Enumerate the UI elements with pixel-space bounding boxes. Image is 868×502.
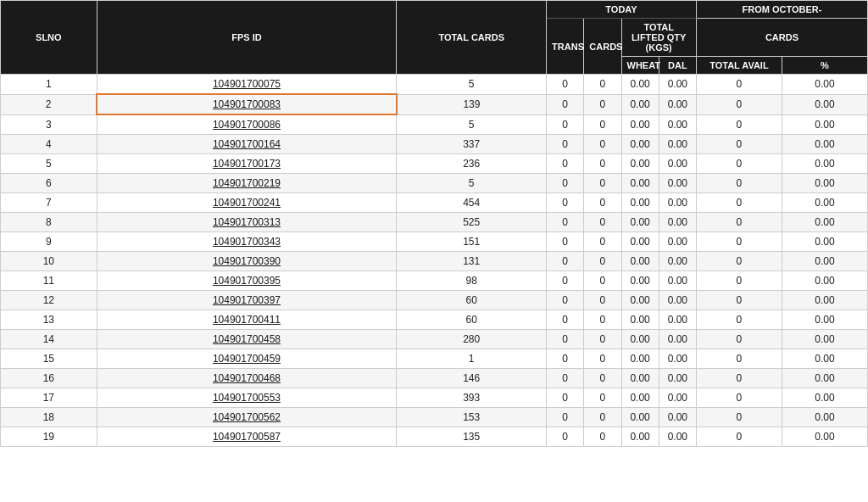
cell-dal: 0.00 [659,408,696,427]
cell-slno: 13 [1,310,97,330]
cell-wheat: 0.00 [621,349,659,369]
header-from-oct-group: FROM OCTOBER- [696,1,867,19]
cell-cards: 0 [584,349,621,369]
cell-cards: 0 [584,271,621,291]
cell-fps-id[interactable]: 104901700219 [97,174,397,193]
cell-total-avail: 0 [696,154,782,174]
fps-id-link[interactable]: 104901700468 [213,372,281,384]
fps-id-link[interactable]: 104901700411 [213,314,281,326]
cell-wheat: 0.00 [621,154,659,174]
cell-pct: 0.00 [782,271,867,291]
cell-fps-id[interactable]: 104901700411 [97,310,397,330]
cell-trans: 0 [547,408,584,427]
cell-wheat: 0.00 [621,310,659,330]
cell-slno: 19 [1,427,97,447]
fps-id-link[interactable]: 104901700343 [213,236,281,248]
cell-slno: 11 [1,271,97,291]
cell-total-cards: 60 [397,291,547,310]
cell-total-cards: 153 [397,408,547,427]
cell-fps-id[interactable]: 104901700562 [97,408,397,427]
table-row: 19104901700587135000.000.0000.00 [1,427,868,447]
fps-id-link[interactable]: 104901700397 [213,294,281,306]
table-row: 5104901700173236000.000.0000.00 [1,154,868,174]
cell-fps-id[interactable]: 104901700083 [97,94,397,114]
cell-total-avail: 0 [696,232,782,252]
cell-cards: 0 [584,213,621,232]
cell-fps-id[interactable]: 104901700587 [97,427,397,447]
cell-slno: 8 [1,213,97,232]
table-row: 9104901700343151000.000.0000.00 [1,232,868,252]
cell-dal: 0.00 [659,114,696,135]
cell-cards: 0 [584,408,621,427]
cell-pct: 0.00 [782,154,867,174]
cell-cards: 0 [584,388,621,408]
cell-fps-id[interactable]: 104901700164 [97,135,397,154]
header-dal: DAL [659,57,696,75]
cell-fps-id[interactable]: 104901700395 [97,271,397,291]
cell-pct: 0.00 [782,427,867,447]
cell-trans: 0 [547,154,584,174]
cell-dal: 0.00 [659,213,696,232]
table-row: 7104901700241454000.000.0000.00 [1,193,868,213]
fps-id-link[interactable]: 104901700562 [213,411,281,423]
table-row: 4104901700164337000.000.0000.00 [1,135,868,154]
fps-id-link[interactable]: 104901700553 [213,392,281,404]
cell-cards: 0 [584,75,621,95]
table-row: 14104901700458280000.000.0000.00 [1,330,868,349]
cell-fps-id[interactable]: 104901700075 [97,75,397,95]
fps-id-link[interactable]: 104901700086 [213,119,281,131]
fps-id-link[interactable]: 104901700390 [213,255,281,267]
fps-id-link[interactable]: 104901700075 [213,78,281,90]
cell-wheat: 0.00 [621,193,659,213]
fps-id-link[interactable]: 104901700587 [213,431,281,443]
fps-id-link[interactable]: 104901700313 [213,216,281,228]
cell-total-cards: 337 [397,135,547,154]
fps-id-link[interactable]: 104901700219 [213,177,281,189]
data-table: SLNO FPS ID TOTAL CARDS TODAY FROM OCTOB… [0,0,868,447]
cell-dal: 0.00 [659,232,696,252]
cell-fps-id[interactable]: 104901700173 [97,154,397,174]
cell-fps-id[interactable]: 104901700459 [97,349,397,369]
cell-total-avail: 0 [696,174,782,193]
cell-pct: 0.00 [782,232,867,252]
cell-fps-id[interactable]: 104901700468 [97,369,397,388]
cell-total-avail: 0 [696,427,782,447]
cell-slno: 1 [1,75,97,95]
cell-trans: 0 [547,114,584,135]
header-cards: CARDS [584,19,621,75]
cell-pct: 0.00 [782,193,867,213]
fps-id-link[interactable]: 104901700241 [213,197,281,209]
fps-id-link[interactable]: 104901700458 [213,333,281,345]
cell-slno: 7 [1,193,97,213]
cell-trans: 0 [547,252,584,271]
cell-fps-id[interactable]: 104901700313 [97,213,397,232]
cell-slno: 16 [1,369,97,388]
cell-cards: 0 [584,252,621,271]
cell-trans: 0 [547,291,584,310]
cell-dal: 0.00 [659,174,696,193]
cell-fps-id[interactable]: 104901700390 [97,252,397,271]
cell-wheat: 0.00 [621,94,659,114]
cell-dal: 0.00 [659,94,696,114]
table-row: 151049017004591000.000.0000.00 [1,349,868,369]
cell-wheat: 0.00 [621,408,659,427]
cell-wheat: 0.00 [621,330,659,349]
fps-id-link[interactable]: 104901700459 [213,353,281,365]
cell-fps-id[interactable]: 104901700241 [97,193,397,213]
cell-slno: 10 [1,252,97,271]
cell-dal: 0.00 [659,369,696,388]
fps-id-link[interactable]: 104901700083 [213,98,281,110]
fps-id-link[interactable]: 104901700164 [213,138,281,150]
cell-fps-id[interactable]: 104901700343 [97,232,397,252]
cell-cards: 0 [584,427,621,447]
cell-fps-id[interactable]: 104901700553 [97,388,397,408]
cell-fps-id[interactable]: 104901700458 [97,330,397,349]
cell-total-cards: 1 [397,349,547,369]
table-row: 1210490170039760000.000.0000.00 [1,291,868,310]
fps-id-link[interactable]: 104901700395 [213,275,281,287]
cell-dal: 0.00 [659,310,696,330]
cell-fps-id[interactable]: 104901700086 [97,114,397,135]
table-row: 61049017002195000.000.0000.00 [1,174,868,193]
fps-id-link[interactable]: 104901700173 [213,158,281,170]
cell-fps-id[interactable]: 104901700397 [97,291,397,310]
